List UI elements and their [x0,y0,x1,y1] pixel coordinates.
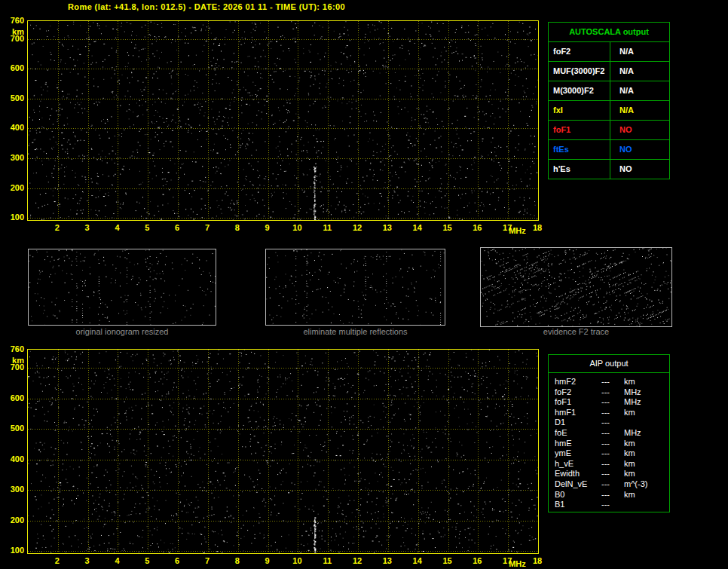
autoscala-param-label: h'Es [549,160,610,179]
x-tick-label: 3 [78,223,97,232]
aip-rows: hmF2 --- km foF2 --- MHz foF1 --- MHz hm… [549,373,669,510]
x-tick-label: 8 [228,556,247,565]
table-row: foF2 N/A [549,41,669,61]
x-tick-label: 14 [408,223,427,232]
autoscala-param-value: N/A [610,101,669,120]
aip-param-value: --- [601,479,624,490]
aip-param-value: --- [601,439,624,449]
aip-param-value: --- [601,490,624,500]
y-tick-label: 300 [2,485,24,494]
x-tick-label: 6 [167,223,187,232]
x-tick-label: 8 [228,223,247,232]
x-tick-label: 2 [47,223,67,232]
y-tick-label: 400 [2,454,24,463]
table-row: Ewidth --- km [549,469,669,479]
y-tick-label: 200 [2,183,24,192]
aip-param-unit: km [624,469,669,479]
x-tick-label: 7 [197,556,217,565]
thumbnail-caption: eliminate multiple reflections [265,327,445,336]
autoscala-param-value: N/A [610,81,669,100]
x-tick-label: 2 [47,556,67,565]
thumbnail-multiple-reflections-removed [265,249,445,326]
table-row: ftEs NO [549,139,669,159]
autoscala-param-value: NO [610,140,669,159]
table-row: foF1 --- MHz [549,397,669,408]
x-tick-label: 9 [258,223,277,232]
autoscala-output-panel: AUTOSCALA output foF2 N/A MUF(3000)F2 N/… [548,22,670,179]
autoscala-param-value: N/A [610,62,669,81]
aip-param-value: --- [601,448,624,459]
thumbnail-caption: evidence F2 trace [480,327,672,336]
x-tick-label: 14 [408,556,427,565]
aip-param-unit: km [624,459,669,470]
aip-param-value: --- [601,408,624,418]
y-tick-label: 200 [2,515,24,525]
x-tick-label: 11 [317,556,337,565]
x-tick-label: 5 [137,556,157,565]
x-tick-label: 11 [317,223,337,232]
autoscala-param-value: N/A [610,42,669,61]
page-title: Rome (lat: +41.8, lon: 012.5) - DATE: 20… [68,2,345,11]
table-row: h'Es NO [549,159,669,179]
x-tick-label: 15 [438,223,457,232]
y-tick-label: 760 [2,344,24,353]
ionogram-bottom-plot [27,349,539,554]
x-tick-label: 12 [347,556,367,565]
aip-param-unit [624,418,669,428]
table-row: DelN_vE --- m^(-3) [549,479,669,490]
x-tick-label: 16 [467,556,487,565]
aip-param-value: --- [601,387,624,398]
aip-param-unit: km [624,377,669,387]
x-tick-label: 10 [287,556,307,565]
y-tick-label: 400 [2,123,24,132]
x-tick-label: 9 [258,556,277,565]
y-tick-label: 500 [2,93,24,102]
aip-param-label: D1 [555,418,601,428]
autoscala-param-value: NO [610,121,669,139]
aip-param-label: foF1 [555,397,601,408]
table-row: fxI N/A [549,100,669,120]
thumbnail-original-ionogram [28,249,216,326]
table-row: MUF(3000)F2 N/A [549,61,669,81]
x-tick-label: 5 [137,223,157,232]
aip-param-label: hmF1 [555,408,601,418]
table-row: ymE --- km [549,448,669,459]
aip-param-value: --- [601,459,624,470]
aip-param-label: B0 [555,490,601,500]
autoscala-param-label: foF1 [549,121,610,139]
aip-param-unit: km [624,439,669,449]
aip-param-label: foE [555,428,601,439]
aip-param-value: --- [601,469,624,479]
autoscala-param-label: foF2 [549,42,610,61]
x-tick-label: 12 [347,223,367,232]
aip-param-unit: m^(-3) [624,479,669,490]
y-axis-unit-label: km [2,356,24,365]
autoscala-param-label: fxI [549,101,610,120]
y-tick-label: 500 [2,424,24,433]
autoscala-panel-title: AUTOSCALA output [549,23,669,41]
aip-param-unit: MHz [624,397,669,408]
table-row: hmF2 --- km [549,377,669,387]
aip-param-unit: km [624,490,669,500]
y-tick-label: 600 [2,63,24,72]
x-tick-label: 13 [378,556,397,565]
autoscala-param-label: MUF(3000)F2 [549,62,610,81]
aip-param-unit: km [624,408,669,418]
autoscala-param-value: NO [610,160,669,179]
table-row: B1 --- [549,500,669,510]
y-axis-unit-label: km [2,27,24,36]
aip-param-unit [624,500,669,510]
aip-param-value: --- [601,377,624,387]
x-tick-label: 13 [378,223,397,232]
x-tick-label: 6 [167,556,187,565]
table-row: foF1 NO [549,120,669,139]
aip-param-label: DelN_vE [555,479,601,490]
ionogram-top-plot [27,20,539,221]
x-tick-label: 10 [287,223,307,232]
aip-param-label: B1 [555,500,601,510]
thumbnail-caption: original ionogram resized [28,327,216,336]
aip-param-value: --- [601,397,624,408]
table-row: hmE --- km [549,439,669,449]
aip-output-panel: AIP output hmF2 --- km foF2 --- MHz foF1… [548,354,670,512]
table-row: B0 --- km [549,490,669,500]
